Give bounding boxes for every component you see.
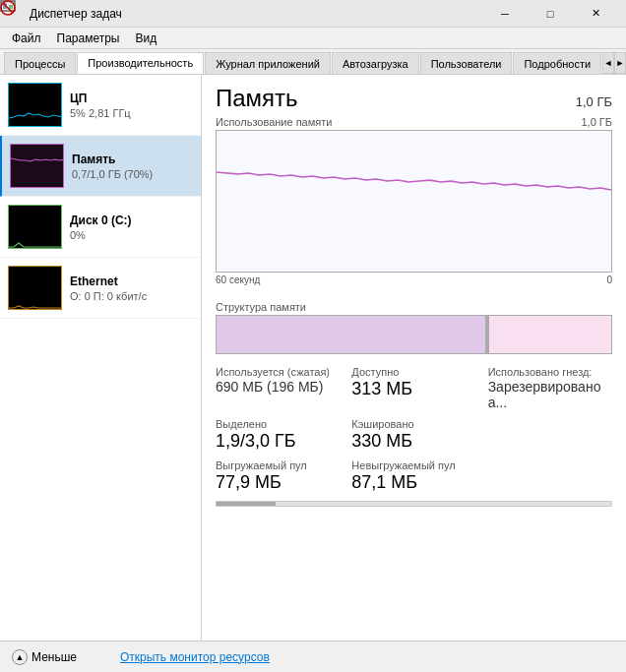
usage-chart-label: Использование памяти 1,0 ГБ	[216, 116, 612, 128]
memory-value: 0,7/1,0 ГБ (70%)	[72, 168, 193, 180]
ethernet-mini-graph	[8, 266, 62, 310]
struct-section: Структура памяти	[216, 301, 612, 366]
sidebar-item-ethernet[interactable]: Ethernet О: 0 П: 0 кбит/с	[0, 258, 201, 319]
chart-time-labels: 60 секунд 0	[216, 275, 612, 285]
stat-nonpaged-label: Невыгружаемый пул	[351, 459, 475, 471]
stat-paged-pool: Выгружаемый пул 77,9 МБ	[216, 459, 340, 493]
title-bar: Диспетчер задач ─ □ ✕	[0, 0, 626, 28]
sidebar-item-cpu[interactable]: ЦП 5% 2,81 ГГц	[0, 75, 201, 136]
disk-label: Диск 0 (C:)	[70, 214, 193, 227]
usage-label-left: Использование памяти	[216, 116, 332, 128]
struct-cached-bar	[489, 316, 611, 353]
usage-chart	[216, 130, 612, 273]
tab-details[interactable]: Подробности	[513, 52, 601, 74]
stat-available-label: Доступно	[351, 366, 475, 378]
usage-chart-svg	[217, 131, 611, 273]
memory-info: Память 0,7/1,0 ГБ (70%)	[72, 153, 193, 180]
memory-mini-graph	[10, 144, 64, 188]
stat-committed-value: 1,9/3,0 ГБ	[216, 431, 340, 452]
tab-performance[interactable]: Производительность	[77, 52, 204, 74]
bottom-bar: ▲ Меньше Открыть монитор ресурсов	[0, 641, 626, 672]
stat-cached-label: Кэшировано	[351, 418, 475, 430]
time-label-left: 60 секунд	[216, 275, 260, 285]
panel-total: 1,0 ГБ	[576, 94, 612, 109]
svg-rect-7	[217, 131, 611, 273]
stats-grid: Используется (сжатая) 690 МБ (196 МБ) До…	[216, 366, 612, 493]
panel-title: Память	[216, 85, 298, 112]
monitor-icon	[100, 649, 116, 665]
less-button[interactable]: ▲ Меньше	[8, 647, 81, 667]
window-controls: ─ □ ✕	[482, 0, 618, 28]
cpu-info: ЦП 5% 2,81 ГГц	[70, 92, 193, 119]
minimize-button[interactable]: ─	[482, 0, 528, 28]
tab-scroll-right[interactable]: ►	[614, 52, 626, 74]
stat-available: Доступно 313 МБ	[351, 366, 475, 410]
monitor-button[interactable]: Открыть монитор ресурсов	[96, 647, 274, 667]
usage-label-right: 1,0 ГБ	[581, 116, 612, 128]
tab-processes[interactable]: Процессы	[4, 52, 76, 74]
stat-available-value: 313 МБ	[351, 379, 475, 399]
struct-used-bar	[217, 316, 485, 353]
horizontal-scrollbar[interactable]	[216, 501, 612, 507]
stat-empty1	[488, 418, 612, 452]
cpu-value: 5% 2,81 ГГц	[70, 107, 193, 119]
scrollbar-thumb[interactable]	[217, 502, 276, 506]
monitor-label: Открыть монитор ресурсов	[120, 650, 270, 664]
sidebar-item-memory[interactable]: Память 0,7/1,0 ГБ (70%)	[0, 136, 201, 197]
tab-startup[interactable]: Автозагрузка	[332, 52, 419, 74]
stat-empty2	[488, 459, 612, 493]
up-arrow-icon: ▲	[12, 649, 28, 665]
time-label-right: 0	[606, 275, 612, 285]
stat-committed-label: Выделено	[216, 418, 340, 430]
stat-committed: Выделено 1,9/3,0 ГБ	[216, 418, 340, 452]
stat-used-value: 690 МБ (196 МБ)	[216, 379, 340, 395]
stat-cached-value: 330 МБ	[351, 431, 475, 452]
stat-used-label: Используется (сжатая)	[216, 366, 340, 378]
ethernet-label: Ethernet	[70, 275, 193, 288]
menu-view[interactable]: Вид	[127, 30, 164, 47]
usage-chart-section: Использование памяти 1,0 ГБ	[216, 116, 612, 293]
struct-label: Структура памяти	[216, 301, 612, 313]
main-content: ЦП 5% 2,81 ГГц Память 0,7/1,0 ГБ (70%)	[0, 75, 626, 641]
sidebar-item-disk[interactable]: Диск 0 (C:) 0%	[0, 197, 201, 258]
stat-paged-label: Выгружаемый пул	[216, 459, 340, 471]
stat-nonpaged-value: 87,1 МБ	[351, 472, 475, 493]
disk-info: Диск 0 (C:) 0%	[70, 214, 193, 241]
window-title: Диспетчер задач	[30, 7, 482, 21]
tab-users[interactable]: Пользователи	[420, 52, 513, 74]
disk-mini-graph	[8, 205, 62, 249]
stat-nonpaged-pool: Невыгружаемый пул 87,1 МБ	[351, 459, 475, 493]
menu-file[interactable]: Файл	[4, 30, 49, 47]
svg-rect-6	[9, 267, 62, 310]
svg-rect-4	[11, 145, 64, 188]
right-panel: Память 1,0 ГБ Использование памяти 1,0 Г…	[202, 75, 626, 641]
stat-slots-label: Использовано гнезд:	[488, 366, 612, 378]
tab-bar: Процессы Производительность Журнал прило…	[0, 49, 626, 75]
close-button[interactable]: ✕	[573, 0, 618, 28]
menu-params[interactable]: Параметры	[49, 30, 128, 47]
sidebar: ЦП 5% 2,81 ГГц Память 0,7/1,0 ГБ (70%)	[0, 75, 202, 641]
stat-slots-value: Зарезервировано а...	[488, 379, 612, 410]
menu-bar: Файл Параметры Вид	[0, 28, 626, 49]
ethernet-info: Ethernet О: 0 П: 0 кбит/с	[70, 275, 193, 302]
stat-paged-value: 77,9 МБ	[216, 472, 340, 493]
memory-label: Память	[72, 153, 193, 166]
svg-rect-3	[9, 84, 62, 127]
panel-header: Память 1,0 ГБ	[216, 85, 612, 112]
maximize-button[interactable]: □	[528, 0, 573, 28]
struct-bar	[216, 315, 612, 354]
less-label: Меньше	[31, 650, 77, 664]
svg-line-9	[3, 3, 13, 13]
svg-rect-5	[9, 206, 62, 249]
disk-value: 0%	[70, 229, 193, 241]
cpu-mini-graph	[8, 83, 62, 127]
ethernet-value: О: 0 П: 0 кбит/с	[70, 290, 193, 302]
tab-app-history[interactable]: Журнал приложений	[205, 52, 331, 74]
stat-cached: Кэшировано 330 МБ	[351, 418, 475, 452]
tab-scroll-left[interactable]: ◄	[602, 52, 614, 74]
stat-used: Используется (сжатая) 690 МБ (196 МБ)	[216, 366, 340, 410]
cpu-label: ЦП	[70, 92, 193, 105]
stat-slots: Использовано гнезд: Зарезервировано а...	[488, 366, 612, 410]
